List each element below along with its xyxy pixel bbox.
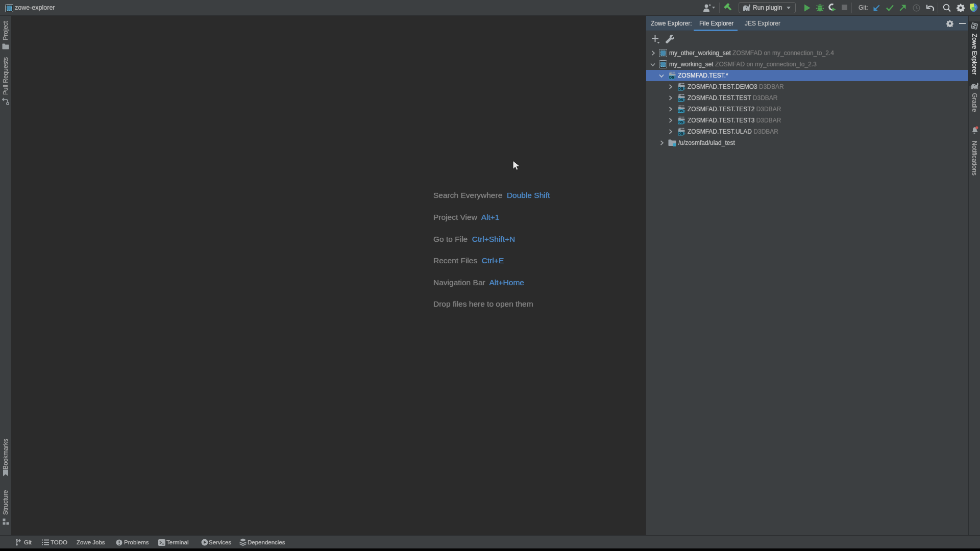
svg-text:DS: DS — [669, 76, 674, 79]
svg-text:DS: DS — [678, 132, 683, 135]
svg-text:DS: DS — [678, 120, 683, 124]
svg-text:DS: DS — [678, 109, 683, 113]
svg-text:DS: DS — [678, 87, 683, 90]
svg-text:DS: DS — [678, 98, 683, 102]
